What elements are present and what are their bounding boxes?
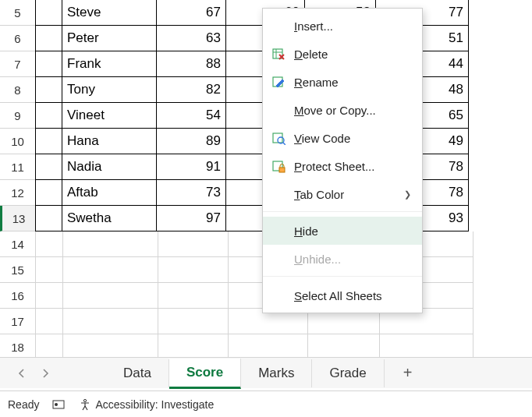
cell[interactable] (63, 309, 158, 334)
row-header[interactable]: 9 (0, 103, 35, 129)
blank-icon (271, 102, 286, 118)
menu-insert[interactable]: Insert... (263, 12, 422, 40)
cell[interactable]: 88 (156, 51, 226, 77)
cell[interactable]: 67 (156, 0, 226, 26)
row-header[interactable]: 12 (0, 180, 35, 206)
cell[interactable] (63, 283, 158, 309)
cell[interactable]: 97 (156, 205, 226, 231)
row-header[interactable]: 10 (0, 129, 35, 154)
menu-label: Delete (294, 48, 411, 61)
cell[interactable] (158, 309, 229, 334)
cell[interactable]: 73 (156, 179, 226, 206)
row-header[interactable]: 11 (0, 154, 35, 180)
menu-label: Move or Copy... (294, 104, 411, 117)
svg-point-10 (55, 403, 58, 406)
row-headers: 5 6 7 8 9 10 11 12 13 14 15 16 17 18 (0, 0, 36, 357)
cell[interactable]: Tony (62, 76, 157, 103)
cell[interactable]: Vineet (62, 102, 157, 129)
row-header[interactable]: 13 (0, 206, 35, 231)
tab-marks[interactable]: Marks (241, 359, 312, 387)
cell[interactable]: 82 (156, 76, 226, 103)
cell[interactable]: 54 (156, 102, 226, 129)
blank-icon (271, 18, 286, 34)
svg-point-11 (84, 399, 87, 401)
cell[interactable]: 91 (156, 154, 226, 180)
menu-rename[interactable]: Rename (263, 68, 422, 96)
row-header[interactable]: 7 (0, 51, 35, 77)
cell[interactable]: Steve (62, 0, 157, 26)
row-header[interactable]: 5 (0, 0, 35, 26)
menu-label: Rename (294, 76, 411, 89)
menu-select-all-sheets[interactable]: Select All Sheets (263, 281, 422, 309)
cell[interactable]: Hana (62, 128, 157, 154)
cell[interactable]: Nadia (62, 154, 157, 180)
cell[interactable]: Swetha (62, 205, 157, 231)
row-header[interactable]: 17 (0, 309, 35, 334)
sheet-tabs-bar: Data Score Marks Grade + (0, 357, 532, 388)
menu-label: Unhide... (294, 253, 411, 266)
menu-tab-color[interactable]: Tab Color ❯ (263, 180, 422, 208)
row-header[interactable]: 15 (0, 257, 35, 283)
menu-delete[interactable]: Delete (263, 40, 422, 68)
cell[interactable]: 63 (156, 25, 226, 51)
svg-rect-8 (279, 168, 285, 172)
tab-score[interactable]: Score (169, 359, 241, 389)
cell[interactable]: 89 (156, 128, 226, 154)
menu-label: Hide (294, 224, 411, 238)
blank-icon (271, 251, 286, 267)
menu-view-code[interactable]: View Code (263, 124, 422, 152)
menu-separator (263, 276, 422, 281)
view-code-icon (271, 130, 286, 146)
menu-label: Tab Color (294, 188, 396, 201)
delete-sheet-icon (271, 46, 286, 62)
row-header[interactable]: 8 (0, 77, 35, 103)
menu-protect-sheet[interactable]: Protect Sheet... (263, 152, 422, 180)
cell[interactable]: Peter (62, 25, 157, 51)
row-header[interactable]: 6 (0, 26, 35, 51)
cell[interactable] (158, 257, 229, 283)
cell[interactable] (158, 231, 229, 257)
cell[interactable] (63, 231, 158, 257)
menu-move-copy[interactable]: Move or Copy... (263, 96, 422, 124)
sheet-tab-context-menu: Insert... Delete Rename Move or Copy... … (262, 8, 423, 313)
menu-label: Insert... (294, 19, 411, 33)
tab-data[interactable]: Data (106, 359, 169, 387)
status-accessibility: Accessibility: Investigate (95, 398, 214, 411)
tab-grade[interactable]: Grade (312, 359, 384, 387)
status-bar: Ready Accessibility: Investigate (0, 390, 532, 417)
protect-sheet-icon (271, 158, 286, 174)
svg-line-6 (283, 143, 286, 145)
tab-nav-next[interactable] (36, 364, 55, 383)
row-header[interactable]: 14 (0, 231, 35, 257)
row-header[interactable]: 16 (0, 283, 35, 309)
blank-icon (271, 288, 286, 303)
accessibility-icon[interactable] (78, 398, 92, 412)
cell[interactable] (63, 257, 158, 283)
cell[interactable]: Aftab (62, 179, 157, 206)
status-ready: Ready (8, 398, 39, 411)
cell[interactable] (158, 283, 229, 309)
macro-record-icon[interactable] (51, 398, 66, 412)
blank-icon (271, 223, 286, 239)
add-sheet-button[interactable]: + (385, 364, 416, 382)
cell[interactable]: Frank (62, 51, 157, 77)
rename-icon (271, 74, 286, 90)
menu-separator (263, 211, 422, 217)
menu-label: Protect Sheet... (294, 160, 411, 173)
chevron-right-icon: ❯ (404, 189, 411, 200)
menu-hide[interactable]: Hide (263, 217, 422, 245)
menu-label: View Code (294, 132, 411, 145)
menu-unhide: Unhide... (263, 245, 422, 273)
blank-icon (271, 186, 286, 202)
tab-nav-prev[interactable] (12, 364, 31, 383)
menu-label: Select All Sheets (294, 289, 411, 302)
